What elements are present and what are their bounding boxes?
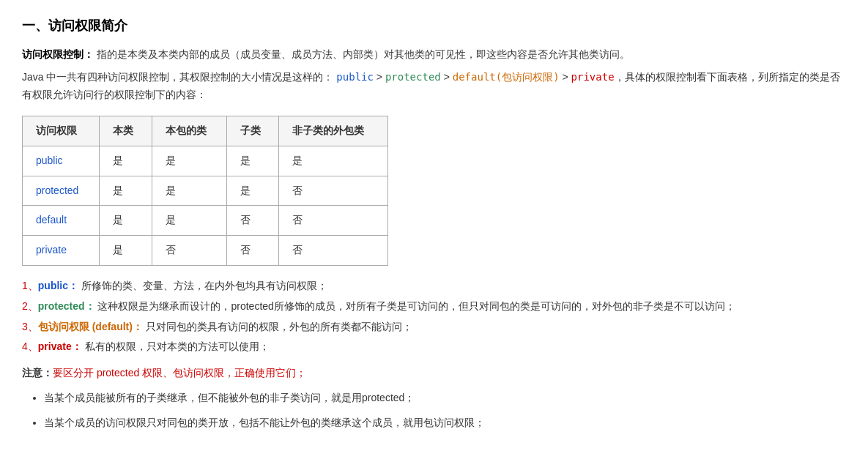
cell-public-pkg: 是 (152, 146, 226, 176)
table-row: default 是 是 否 否 (23, 206, 388, 236)
cell-public-outer: 是 (279, 146, 388, 176)
note1-num: 1、 (22, 280, 38, 291)
cell-private-outer: 否 (279, 236, 388, 266)
table-row: public 是 是 是 是 (23, 146, 388, 176)
access-chain-protected: protected (385, 71, 441, 83)
bullet2-text: 当某个成员的访问权限只对同包的类开放，包括不能让外包的类继承这个成员，就用包访问… (44, 417, 485, 428)
intro1-text: 指的是本类及本类内部的成员（成员变量、成员方法、内部类）对其他类的可见性，即这些… (97, 48, 630, 60)
keyword-public: public (23, 146, 100, 176)
chain-sep1: > (374, 71, 385, 83)
cell-private-sub: 否 (226, 236, 279, 266)
access-chain-private: private (571, 71, 615, 83)
chain-sep2: > (441, 71, 453, 83)
cell-default-outer: 否 (279, 206, 388, 236)
table-header-subclass: 子类 (226, 116, 279, 146)
access-table: 访问权限 本类 本包的类 子类 非子类的外包类 public 是 是 是 是 p… (22, 116, 388, 266)
cell-protected-sub: 是 (226, 176, 279, 206)
table-header-outer: 非子类的外包类 (279, 116, 388, 146)
note3-kw: 包访问权限 (default)： (38, 321, 143, 332)
cell-protected-pkg: 是 (152, 176, 226, 206)
note4-kw: private： (38, 340, 82, 352)
cell-private-self: 是 (99, 236, 152, 266)
bullet1-text: 当某个成员能被所有的子类继承，但不能被外包的非子类访问，就是用protected… (44, 392, 415, 403)
cell-default-self: 是 (99, 206, 152, 236)
cell-public-sub: 是 (226, 146, 279, 176)
table-header-self: 本类 (99, 116, 152, 146)
cell-default-sub: 否 (226, 206, 279, 236)
notice-line: 注意：要区分开 protected 权限、包访问权限，正确使用它们； (22, 365, 846, 382)
cell-private-pkg: 否 (152, 236, 226, 266)
access-chain-public: public (336, 71, 374, 83)
intro-paragraph-2: Java 中一共有四种访问权限控制，其权限控制的大小情况是这样的： public… (22, 69, 846, 104)
intro1-label: 访问权限控制： (22, 48, 94, 60)
intro-paragraph-1: 访问权限控制： 指的是本类及本类内部的成员（成员变量、成员方法、内部类）对其他类… (22, 46, 846, 64)
note2-text: 这种权限是为继承而设计的，protected所修饰的成员，对所有子类是可访问的，… (95, 300, 735, 312)
cell-default-pkg: 是 (152, 206, 226, 236)
bullet-list: 当某个成员能被所有的子类继承，但不能被外包的非子类访问，就是用protected… (22, 390, 846, 432)
note3-num: 3、 (22, 321, 38, 332)
note-4: 4、private： 私有的权限，只对本类的方法可以使用； (22, 338, 846, 356)
note4-text: 私有的权限，只对本类的方法可以使用； (82, 340, 270, 352)
keyword-protected: protected (23, 176, 100, 206)
note3-text: 只对同包的类具有访问的权限，外包的所有类都不能访问； (143, 321, 412, 332)
table-header-access: 访问权限 (23, 116, 100, 146)
notice-text: 要区分开 protected 权限、包访问权限，正确使用它们； (53, 367, 306, 379)
note-3: 3、包访问权限 (default)： 只对同包的类具有访问的权限，外包的所有类都… (22, 318, 846, 336)
table-row: protected 是 是 是 否 (23, 176, 388, 206)
notes-section: 1、public： 所修饰的类、变量、方法，在内外包均具有访问权限； 2、pro… (22, 277, 846, 356)
notice-label: 注意： (22, 367, 53, 379)
access-chain-default: default(包访问权限) (453, 71, 560, 83)
keyword-default: default (23, 206, 100, 236)
section-title: 一、访问权限简介 (22, 15, 846, 37)
note2-kw: protected： (38, 300, 95, 312)
list-item: 当某个成员的访问权限只对同包的类开放，包括不能让外包的类继承这个成员，就用包访问… (44, 414, 846, 432)
note-2: 2、protected： 这种权限是为继承而设计的，protected所修饰的成… (22, 298, 846, 316)
table-header-package: 本包的类 (152, 116, 226, 146)
note2-num: 2、 (22, 300, 38, 312)
cell-protected-self: 是 (99, 176, 152, 206)
note1-text: 所修饰的类、变量、方法，在内外包均具有访问权限； (78, 280, 327, 291)
chain-sep3: > (560, 71, 571, 83)
note-1: 1、public： 所修饰的类、变量、方法，在内外包均具有访问权限； (22, 277, 846, 295)
table-row: private 是 否 否 否 (23, 236, 388, 266)
table-header-row: 访问权限 本类 本包的类 子类 非子类的外包类 (23, 116, 388, 146)
intro2-text: Java 中一共有四种访问权限控制，其权限控制的大小情况是这样的： (22, 71, 333, 83)
keyword-private: private (23, 236, 100, 266)
list-item: 当某个成员能被所有的子类继承，但不能被外包的非子类访问，就是用protected… (44, 390, 846, 407)
note1-kw: public： (38, 280, 78, 291)
cell-public-self: 是 (99, 146, 152, 176)
cell-protected-outer: 否 (279, 176, 388, 206)
note4-num: 4、 (22, 340, 38, 352)
